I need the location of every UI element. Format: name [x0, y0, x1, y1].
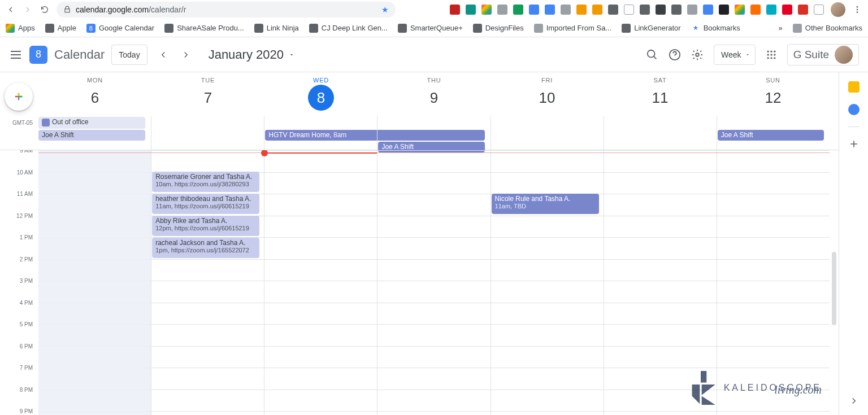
- bookmark-item[interactable]: ShareASale Produ...: [164, 24, 244, 33]
- browser-menu-button[interactable]: [852, 5, 862, 15]
- bookmark-item[interactable]: SmarterQueue+: [398, 24, 463, 33]
- grid-col-mon[interactable]: [38, 150, 151, 415]
- allday-col-fri[interactable]: [491, 116, 604, 150]
- extension-icon[interactable]: [766, 5, 776, 15]
- allday-col-thu[interactable]: Joe A Shift: [377, 116, 490, 150]
- extension-icon[interactable]: [750, 5, 761, 15]
- bookmark-item[interactable]: Apps: [6, 24, 35, 33]
- nav-forward-button[interactable]: [23, 5, 33, 15]
- allday-col-tue[interactable]: [151, 116, 264, 150]
- extension-icon[interactable]: [481, 5, 492, 15]
- extension-icon[interactable]: [529, 5, 539, 15]
- extension-icon[interactable]: [671, 5, 682, 15]
- tasks-icon[interactable]: [848, 104, 860, 115]
- event-out-of-office[interactable]: Out of office: [38, 117, 145, 129]
- day-header[interactable]: WED8: [264, 72, 377, 116]
- day-header[interactable]: FRI10: [491, 72, 604, 116]
- event-tue-1pm[interactable]: racheal Jackson and Tasha A. 1pm, https:…: [152, 238, 259, 258]
- extension-icon[interactable]: [656, 5, 666, 15]
- event-tue-10am[interactable]: Rosemarie Groner and Tasha A. 10am, http…: [152, 172, 259, 192]
- create-event-button[interactable]: [5, 82, 33, 111]
- extension-icon[interactable]: [466, 5, 476, 15]
- bookmark-overflow[interactable]: »: [779, 24, 783, 32]
- day-number[interactable]: 6: [82, 85, 108, 111]
- extension-icon[interactable]: [497, 5, 507, 15]
- add-addon-button[interactable]: [848, 138, 860, 150]
- extension-icon[interactable]: [592, 5, 602, 15]
- event-tue-12pm[interactable]: Abby Rike and Tasha A. 12pm, https://zoo…: [152, 216, 259, 236]
- extension-icon[interactable]: [513, 5, 523, 15]
- allday-col-wed[interactable]: HGTV Dream Home, 8am: [264, 116, 377, 150]
- side-panel-collapse[interactable]: [849, 396, 859, 406]
- date-range-button[interactable]: January 2020: [209, 47, 295, 62]
- extension-icon[interactable]: [782, 5, 792, 15]
- prev-period-button[interactable]: [154, 46, 172, 64]
- main-menu-button[interactable]: [9, 48, 23, 62]
- bookmark-item[interactable]: DesignFiles: [473, 24, 524, 33]
- gsuite-button[interactable]: G Suite: [787, 44, 859, 65]
- extension-icon[interactable]: [576, 5, 587, 15]
- event-tue-11am[interactable]: heather thibodeau and Tasha A. 11am, htt…: [152, 194, 259, 214]
- bookmark-star-icon[interactable]: ★: [381, 5, 389, 14]
- next-period-button[interactable]: [177, 46, 195, 64]
- bookmark-item[interactable]: Apple: [45, 24, 76, 33]
- address-bar[interactable]: calendar.google.com/calendar/r ★: [57, 2, 396, 18]
- google-apps-button[interactable]: [766, 49, 777, 60]
- bookmark-item[interactable]: Link Ninja: [254, 24, 299, 33]
- nav-back-button[interactable]: [6, 5, 16, 15]
- event-shift-mon[interactable]: Joe A Shift: [38, 130, 145, 141]
- day-header[interactable]: THU9: [377, 72, 491, 116]
- day-header[interactable]: SAT11: [604, 72, 717, 116]
- day-number[interactable]: 10: [534, 85, 560, 111]
- grid-col-wed[interactable]: [264, 150, 377, 415]
- view-select[interactable]: Week: [714, 45, 756, 65]
- day-number[interactable]: 12: [760, 85, 786, 111]
- bookmark-item[interactable]: Imported From Sa...: [534, 24, 612, 33]
- allday-col-sun[interactable]: Joe A Shift: [717, 116, 830, 150]
- extension-icon[interactable]: [624, 5, 634, 15]
- today-button[interactable]: Today: [111, 45, 147, 65]
- scrollbar-thumb[interactable]: [832, 252, 836, 325]
- extension-icon[interactable]: [545, 5, 555, 15]
- grid-col-fri[interactable]: Nicole Rule and Tasha A. 11am, TBD: [491, 150, 604, 415]
- bookmark-item[interactable]: ★Bookmarks: [691, 24, 740, 33]
- extension-icon[interactable]: [798, 5, 808, 15]
- extension-icon[interactable]: [561, 5, 571, 15]
- extension-icon[interactable]: [703, 5, 713, 15]
- extension-icon[interactable]: [687, 5, 697, 15]
- extension-icon[interactable]: [640, 5, 650, 15]
- day-header[interactable]: SUN12: [717, 72, 830, 116]
- extension-icon[interactable]: [608, 5, 618, 15]
- event-fri-11am[interactable]: Nicole Rule and Tasha A. 11am, TBD: [492, 194, 599, 214]
- browser-profile-avatar[interactable]: [831, 2, 845, 17]
- other-bookmarks[interactable]: Other Bookmarks: [793, 24, 862, 33]
- bookmark-bar: AppsApple8Google CalendarShareASale Prod…: [0, 19, 868, 37]
- grid-col-thu[interactable]: [377, 150, 490, 415]
- day-number[interactable]: 7: [195, 85, 221, 111]
- day-number[interactable]: 8: [308, 85, 334, 111]
- extension-icon[interactable]: [814, 5, 824, 15]
- allday-col-sat[interactable]: [604, 116, 717, 150]
- grid-col-tue[interactable]: Rosemarie Groner and Tasha A. 10am, http…: [151, 150, 264, 415]
- svg-point-3: [648, 50, 655, 57]
- settings-button[interactable]: [691, 49, 704, 61]
- bookmark-label: LinkGenerator: [634, 24, 680, 32]
- bookmark-item[interactable]: LinkGenerator: [622, 24, 680, 33]
- keep-icon[interactable]: [848, 81, 860, 93]
- account-avatar[interactable]: [835, 46, 853, 64]
- extension-icon[interactable]: [719, 5, 729, 15]
- bookmark-item[interactable]: CJ Deep Link Gen...: [309, 24, 388, 33]
- extension-icon[interactable]: [450, 5, 460, 15]
- dropdown-icon: [288, 51, 295, 58]
- extension-icon[interactable]: [735, 5, 745, 15]
- help-button[interactable]: [669, 49, 681, 61]
- day-number[interactable]: 11: [647, 85, 673, 111]
- allday-col-mon[interactable]: Out of office Joe A Shift: [38, 116, 151, 150]
- day-header[interactable]: MON6: [38, 72, 151, 116]
- event-shift-sun[interactable]: Joe A Shift: [718, 130, 824, 141]
- reload-button[interactable]: [40, 5, 50, 15]
- bookmark-item[interactable]: 8Google Calendar: [86, 24, 154, 33]
- day-header[interactable]: TUE7: [151, 72, 264, 116]
- search-button[interactable]: [646, 49, 658, 61]
- day-number[interactable]: 9: [421, 85, 447, 111]
